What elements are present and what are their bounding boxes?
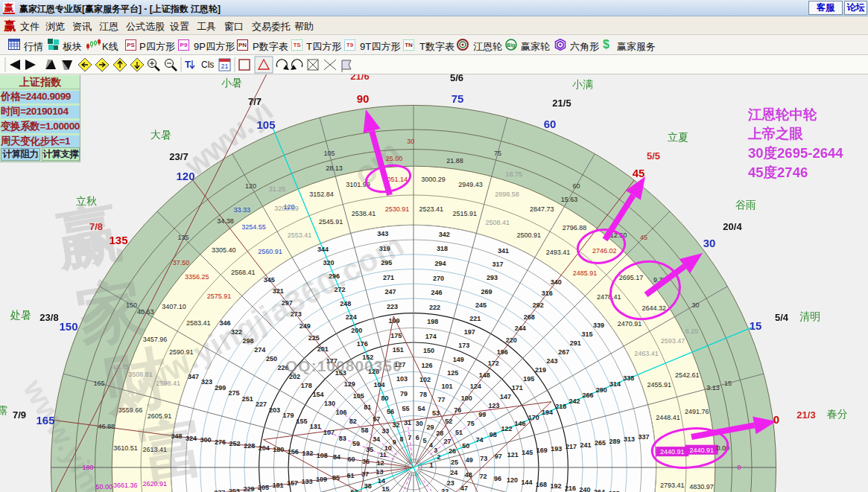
svg-text:2500.91: 2500.91	[516, 231, 541, 239]
svg-text:0: 0	[773, 413, 779, 426]
svg-text:299: 299	[215, 384, 226, 392]
svg-text:175: 175	[390, 332, 402, 339]
svg-text:2583.41: 2583.41	[186, 319, 211, 327]
svg-text:23/8: 23/8	[39, 312, 58, 323]
svg-text:13: 13	[376, 468, 384, 476]
svg-text:223: 223	[387, 303, 398, 310]
svg-text:200: 200	[351, 327, 362, 334]
svg-text:7/8: 7/8	[89, 221, 103, 232]
svg-text:江恩轮中轮: 江恩轮中轮	[747, 106, 817, 122]
svg-text:120: 120	[245, 182, 256, 190]
svg-text:318: 318	[437, 245, 448, 252]
svg-text:345: 345	[264, 276, 275, 284]
svg-text:2485.91: 2485.91	[573, 269, 598, 277]
svg-text:3.13: 3.13	[706, 384, 720, 392]
svg-text:立夏: 立夏	[668, 131, 688, 143]
svg-text:谷雨: 谷雨	[735, 199, 756, 211]
svg-text:290: 290	[596, 386, 607, 394]
svg-text:3407.10: 3407.10	[162, 303, 186, 310]
svg-text:120: 120	[176, 170, 194, 182]
svg-text:219: 219	[535, 366, 546, 374]
svg-text:79: 79	[400, 390, 408, 397]
svg-text:154: 154	[312, 391, 323, 398]
svg-text:15.63: 15.63	[561, 196, 578, 203]
svg-text:26: 26	[449, 447, 456, 455]
svg-text:2470.91: 2470.91	[618, 320, 642, 328]
svg-text:33.33: 33.33	[234, 206, 251, 214]
svg-text:98: 98	[490, 431, 497, 438]
svg-text:199: 199	[389, 317, 400, 325]
svg-text:198: 198	[427, 318, 438, 325]
svg-text:168: 168	[536, 481, 547, 488]
svg-text:268: 268	[524, 313, 535, 321]
svg-text:37: 37	[361, 470, 369, 478]
svg-text:2545.91: 2545.91	[319, 218, 343, 226]
svg-text:56: 56	[387, 408, 394, 415]
svg-text:197: 197	[464, 328, 475, 336]
svg-text:80: 80	[381, 394, 388, 402]
svg-text:24: 24	[450, 469, 457, 476]
svg-text:157: 157	[287, 479, 298, 487]
svg-text:51: 51	[455, 429, 463, 436]
svg-text:28.13: 28.13	[326, 164, 343, 172]
svg-text:3305.40: 3305.40	[212, 246, 236, 254]
svg-text:146: 146	[515, 420, 526, 427]
svg-text:31.25: 31.25	[269, 185, 286, 193]
svg-text:97: 97	[495, 453, 502, 460]
svg-text:220: 220	[506, 336, 517, 344]
svg-text:11: 11	[380, 451, 387, 459]
svg-text:3: 3	[434, 447, 437, 454]
svg-text:62: 62	[351, 488, 358, 492]
svg-text:245: 245	[475, 301, 487, 309]
svg-text:61: 61	[347, 472, 355, 479]
svg-text:50: 50	[462, 442, 469, 450]
svg-text:107: 107	[323, 429, 335, 436]
svg-text:225: 225	[308, 334, 320, 342]
svg-text:12: 12	[376, 459, 384, 467]
svg-text:2515.91: 2515.91	[453, 210, 478, 217]
svg-text:180: 180	[273, 446, 284, 453]
svg-text:338: 338	[623, 374, 634, 382]
svg-text:122: 122	[501, 425, 512, 432]
svg-text:2491.76: 2491.76	[685, 408, 709, 415]
svg-text:25: 25	[451, 459, 458, 466]
svg-text:T: T	[185, 59, 191, 70]
svg-text:77: 77	[438, 396, 446, 403]
svg-text:129: 129	[344, 380, 355, 388]
svg-text:344: 344	[317, 246, 329, 253]
svg-text:家: 家	[72, 270, 149, 354]
svg-text:253: 253	[229, 488, 240, 492]
svg-text:2538.41: 2538.41	[352, 210, 376, 217]
svg-text:293: 293	[487, 274, 498, 281]
svg-text:3356.25: 3356.25	[185, 273, 209, 281]
svg-text:101: 101	[442, 383, 453, 390]
svg-text:221: 221	[469, 315, 481, 322]
svg-text:3152.84: 3152.84	[309, 191, 334, 198]
svg-text:0: 0	[737, 464, 741, 471]
svg-text:84: 84	[333, 453, 340, 461]
svg-text:2593.47: 2593.47	[661, 337, 685, 345]
svg-text:32: 32	[392, 421, 399, 429]
svg-text:春分: 春分	[827, 408, 848, 420]
svg-text:小满: 小满	[572, 78, 593, 90]
svg-text:105: 105	[353, 392, 364, 400]
svg-text:109: 109	[316, 476, 327, 483]
svg-text:78: 78	[419, 391, 427, 398]
svg-text:60: 60	[347, 456, 355, 463]
svg-text:83: 83	[339, 435, 346, 442]
svg-text:292: 292	[533, 301, 544, 309]
svg-text:193: 193	[551, 445, 562, 453]
svg-text:5/5: 5/5	[647, 150, 660, 162]
svg-text:121: 121	[507, 451, 519, 459]
svg-text:2847.73: 2847.73	[530, 205, 554, 213]
svg-text:14: 14	[378, 477, 385, 485]
svg-text:财: 财	[95, 339, 174, 424]
svg-text:55: 55	[402, 405, 409, 412]
svg-text:201: 201	[317, 345, 329, 353]
svg-text:9: 9	[393, 438, 396, 446]
svg-text:3000.29: 3000.29	[421, 176, 446, 183]
svg-text:52: 52	[445, 418, 452, 425]
svg-text:75: 75	[494, 150, 501, 157]
svg-text:5/6: 5/6	[450, 74, 463, 83]
svg-text:341: 341	[498, 247, 509, 255]
